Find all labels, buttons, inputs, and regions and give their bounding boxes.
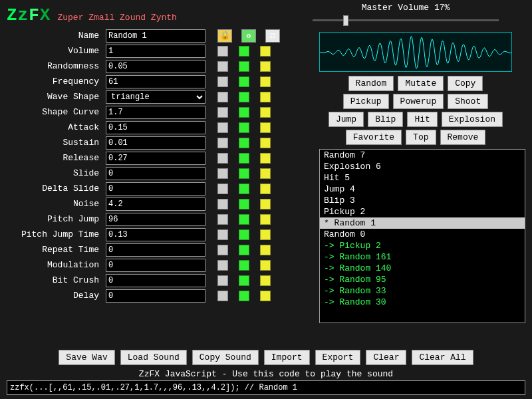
param-toggle-yellow[interactable] [260, 76, 271, 87]
explosion-button[interactable]: Explosion [442, 112, 503, 127]
param-toggle-green[interactable] [239, 275, 249, 286]
param-toggle-grey[interactable] [217, 61, 228, 72]
master-volume-slider[interactable] [313, 19, 499, 21]
param-input-randomness[interactable] [106, 60, 205, 73]
param-toggle-yellow[interactable] [260, 92, 271, 102]
list-item[interactable]: Random 0 [320, 229, 525, 240]
copy-button[interactable]: Copy [448, 76, 483, 91]
param-input-sustain[interactable] [106, 136, 205, 150]
top-button[interactable]: Top [406, 130, 436, 145]
param-toggle-grey[interactable] [217, 46, 228, 57]
param-toggle-grey[interactable] [217, 214, 228, 225]
param-toggle-grey[interactable] [217, 107, 228, 118]
param-toggle-green[interactable] [239, 153, 249, 164]
recycle-icon[interactable]: ♻ [241, 29, 256, 43]
param-toggle-yellow[interactable] [260, 245, 271, 255]
mutate-button[interactable]: Mutate [398, 76, 444, 91]
param-toggle-green[interactable] [239, 184, 249, 194]
list-item[interactable]: -> Random 161 [320, 251, 525, 263]
param-input-wave-shape[interactable]: sinetrianglesawtoothsquaretannoise [106, 90, 205, 104]
param-input-release[interactable] [106, 152, 205, 165]
param-toggle-green[interactable] [239, 138, 249, 148]
param-toggle-yellow[interactable] [260, 168, 271, 179]
param-input-bit-crush[interactable] [106, 274, 205, 287]
shoot-button[interactable]: Shoot [448, 94, 488, 109]
param-toggle-yellow[interactable] [260, 107, 271, 118]
param-toggle-grey[interactable] [217, 122, 228, 133]
param-toggle-green[interactable] [239, 61, 249, 72]
param-toggle-grey[interactable] [217, 291, 228, 301]
list-item[interactable]: Jump 4 [320, 184, 525, 195]
dice-icon[interactable]: ⚁ [265, 29, 280, 43]
blip-button[interactable]: Blip [368, 112, 403, 127]
lock-icon[interactable]: 🔒 [217, 29, 232, 43]
param-input-name[interactable] [106, 29, 205, 43]
list-item[interactable]: -> Random 30 [320, 297, 525, 308]
param-toggle-grey[interactable] [217, 275, 228, 286]
param-toggle-yellow[interactable] [260, 46, 271, 57]
export-button[interactable]: Export [315, 350, 361, 365]
param-input-slide[interactable] [106, 167, 205, 180]
param-toggle-green[interactable] [239, 76, 249, 87]
list-item[interactable]: -> Pickup 2 [320, 240, 525, 251]
param-input-delta-slide[interactable] [106, 182, 205, 196]
list-item[interactable]: Hit 5 [320, 172, 525, 184]
param-toggle-yellow[interactable] [260, 199, 271, 209]
param-toggle-grey[interactable] [217, 260, 228, 271]
hit-button[interactable]: Hit [407, 112, 437, 127]
param-toggle-yellow[interactable] [260, 153, 271, 164]
param-toggle-yellow[interactable] [260, 260, 271, 271]
param-input-modulation[interactable] [106, 259, 205, 272]
param-toggle-grey[interactable] [217, 229, 228, 240]
param-toggle-grey[interactable] [217, 199, 228, 209]
param-input-pitch-jump-time[interactable] [106, 228, 205, 241]
list-item[interactable]: * Random 1 [320, 217, 525, 229]
param-toggle-grey[interactable] [217, 245, 228, 255]
param-toggle-yellow[interactable] [260, 214, 271, 225]
param-toggle-yellow[interactable] [260, 275, 271, 286]
param-toggle-green[interactable] [239, 122, 249, 133]
list-item[interactable]: Explosion 6 [320, 161, 525, 172]
param-toggle-green[interactable] [239, 107, 249, 118]
param-toggle-grey[interactable] [217, 76, 228, 87]
list-item[interactable]: -> Random 33 [320, 285, 525, 297]
code-output[interactable] [7, 380, 525, 395]
param-toggle-yellow[interactable] [260, 184, 271, 194]
copy-sound-button[interactable]: Copy Sound [192, 350, 259, 365]
param-toggle-yellow[interactable] [260, 61, 271, 72]
param-input-noise[interactable] [106, 198, 205, 211]
jump-button[interactable]: Jump [329, 112, 364, 127]
param-toggle-yellow[interactable] [260, 291, 271, 301]
param-toggle-grey[interactable] [217, 168, 228, 179]
param-input-delay[interactable] [106, 289, 205, 303]
param-input-volume[interactable] [106, 45, 205, 58]
param-toggle-yellow[interactable] [260, 138, 271, 148]
list-item[interactable]: Pickup 2 [320, 206, 525, 217]
clear-all-button[interactable]: Clear All [412, 350, 473, 365]
param-toggle-green[interactable] [239, 92, 249, 102]
param-toggle-green[interactable] [239, 46, 249, 57]
param-toggle-grey[interactable] [217, 153, 228, 164]
param-toggle-yellow[interactable] [260, 122, 271, 133]
param-toggle-grey[interactable] [217, 138, 228, 148]
clear-button[interactable]: Clear [366, 350, 406, 365]
sound-list[interactable]: Random 7Explosion 6Hit 5Jump 4Blip 3Pick… [319, 149, 525, 323]
param-toggle-green[interactable] [239, 260, 249, 271]
param-toggle-green[interactable] [239, 229, 249, 240]
param-input-repeat-time[interactable] [106, 243, 205, 257]
save-wav-button[interactable]: Save Wav [59, 350, 114, 365]
param-toggle-green[interactable] [239, 291, 249, 301]
param-toggle-green[interactable] [239, 199, 249, 209]
param-toggle-green[interactable] [239, 214, 249, 225]
powerup-button[interactable]: Powerup [393, 94, 444, 109]
param-input-shape-curve[interactable] [106, 106, 205, 119]
param-toggle-green[interactable] [239, 245, 249, 255]
list-item[interactable]: Blip 3 [320, 195, 525, 206]
param-input-frequency[interactable] [106, 75, 205, 88]
param-toggle-grey[interactable] [217, 92, 228, 102]
param-toggle-grey[interactable] [217, 184, 228, 194]
param-toggle-yellow[interactable] [260, 229, 271, 240]
param-toggle-green[interactable] [239, 168, 249, 179]
param-input-pitch-jump[interactable] [106, 213, 205, 226]
favorite-button[interactable]: Favorite [346, 130, 402, 145]
